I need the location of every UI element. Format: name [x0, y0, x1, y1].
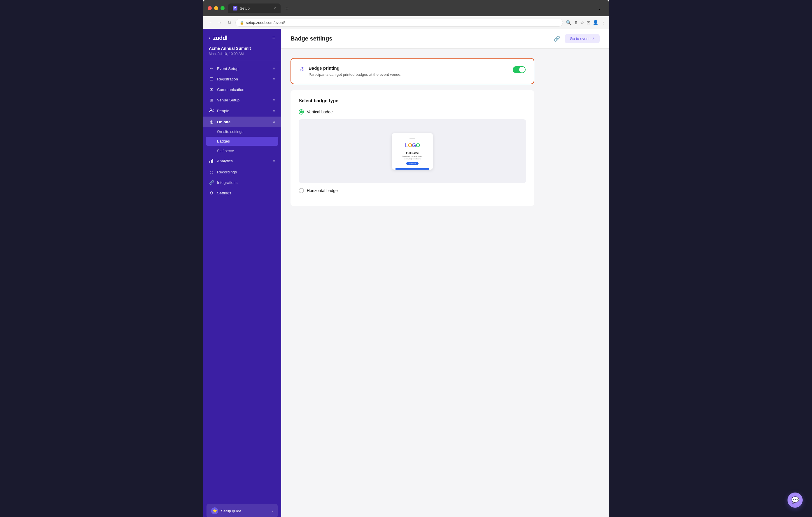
browser-chrome: Z Setup × + ⌄ ← → ↻ 🔒 setup.zuddl.com/ev… [203, 0, 609, 29]
sidebar-item-registration[interactable]: ☰ Registration ∨ [203, 74, 281, 84]
sidebar-item-label: Event Setup [217, 66, 239, 71]
badge-type-title: Select badge type [299, 98, 526, 103]
badge-role-tag: Organizer [406, 162, 418, 165]
sidebar-item-label: On-site [217, 120, 231, 124]
badge-bottom-bar [396, 168, 429, 170]
people-icon [209, 108, 214, 114]
active-tab[interactable]: Z Setup × [228, 3, 281, 13]
on-site-sub-nav: On-site settings Badges Self-serve [203, 127, 281, 155]
horizontal-badge-label: Horizontal badge [307, 188, 338, 193]
profile-icon[interactable]: 👤 [593, 20, 599, 25]
forward-button[interactable]: → [216, 19, 224, 27]
minimize-window-button[interactable] [214, 6, 218, 10]
chevron-down-icon: ∨ [273, 109, 276, 113]
badge-printing-card: 🖨 Badge printing Participants can get pr… [290, 58, 534, 84]
vertical-badge-label: Vertical badge [307, 110, 333, 114]
back-button[interactable]: ← [206, 19, 213, 27]
back-icon[interactable]: ‹ [209, 35, 210, 41]
reload-button[interactable]: ↻ [226, 19, 232, 27]
chevron-down-icon: ∨ [273, 159, 276, 163]
event-name: Acme Annual Summit [209, 46, 276, 51]
logo-letter-o2: O [416, 143, 420, 148]
main-nav: ✏ Event Setup ∨ ☰ Registration ∨ ✉ Commu… [203, 61, 281, 201]
browser-titlebar: Z Setup × + ⌄ [203, 0, 609, 16]
sidebar-item-analytics[interactable]: Analytics ∨ [203, 155, 281, 167]
sidebar-item-people[interactable]: People ∨ [203, 105, 281, 117]
new-tab-button[interactable]: + [283, 5, 291, 12]
setup-guide-chevron-icon: › [272, 509, 273, 513]
sidebar-item-label: Registration [217, 77, 238, 81]
split-view-icon[interactable]: ⊡ [586, 20, 590, 25]
share-icon[interactable]: ⬆ [574, 20, 578, 25]
sidebar-item-communication[interactable]: ✉ Communication [203, 84, 281, 95]
setup-guide-star-icon: ⭐ [211, 507, 218, 514]
search-icon[interactable]: 🔍 [566, 20, 572, 25]
header-actions: 🔗 Go to event ↗ [552, 34, 600, 43]
horizontal-badge-radio[interactable] [299, 188, 304, 193]
sidebar-sub-item-on-site-settings[interactable]: On-site settings [203, 127, 281, 136]
go-to-event-label: Go to event [570, 36, 589, 41]
logo-letter-o1: O [408, 143, 412, 148]
sub-item-label: Self-serve [217, 149, 234, 153]
sidebar-logo: ‹ zuddl [209, 35, 228, 41]
setup-guide-button[interactable]: ⭐ Setup guide › [206, 504, 278, 517]
settings-icon: ⚙ [209, 191, 214, 195]
menu-icon[interactable]: ⋮ [601, 20, 606, 25]
lock-icon: 🔒 [240, 21, 244, 25]
sidebar-item-on-site[interactable]: ◎ On-site ∧ [203, 117, 281, 127]
sidebar-item-label: People [217, 109, 229, 113]
tab-close-button[interactable]: × [273, 6, 276, 10]
badge-preview-container: LOGO Full Name Designation at organizati… [299, 119, 526, 183]
badge-email: example@email.com [404, 158, 420, 160]
badge-fold-indicator [409, 138, 415, 139]
badge-printing-toggle[interactable] [513, 66, 526, 73]
sidebar-item-integrations[interactable]: 🔗 Integrations [203, 177, 281, 188]
svg-rect-3 [211, 160, 212, 163]
sidebar: ‹ zuddl ≡ Acme Annual Summit Mon, Jul 10… [203, 29, 281, 517]
logo-letter-g: G [412, 143, 416, 148]
url-bar[interactable]: 🔒 setup.zuddl.com/event/ [235, 19, 563, 27]
badge-printing-left: 🖨 Badge printing Participants can get pr… [299, 66, 401, 77]
svg-point-0 [210, 109, 212, 111]
event-date: Mon, Jul 10, 10:00 AM [209, 52, 276, 56]
sidebar-item-label: Analytics [217, 159, 233, 163]
app-container: ‹ zuddl ≡ Acme Annual Summit Mon, Jul 10… [203, 29, 609, 517]
tab-favicon: Z [233, 6, 237, 10]
close-window-button[interactable] [208, 6, 212, 10]
sidebar-item-event-setup[interactable]: ✏ Event Setup ∨ [203, 63, 281, 74]
badge-logo: LOGO [405, 143, 420, 149]
tab-title: Setup [240, 6, 250, 10]
sidebar-sub-item-self-serve[interactable]: Self-serve [203, 146, 281, 155]
venue-setup-icon: ⊞ [209, 98, 214, 102]
go-to-event-button[interactable]: Go to event ↗ [565, 34, 600, 43]
svg-rect-2 [209, 161, 210, 163]
chevron-down-icon: ∨ [273, 77, 276, 81]
sidebar-item-venue-setup[interactable]: ⊞ Venue Setup ∨ [203, 95, 281, 105]
maximize-window-button[interactable] [221, 6, 225, 10]
page-title: Badge settings [290, 35, 332, 42]
sidebar-item-label: Recordings [217, 170, 237, 174]
content-area: 🖨 Badge printing Participants can get pr… [281, 49, 544, 215]
browser-nav-bar: ← → ↻ 🔒 setup.zuddl.com/event/ 🔍 ⬆ ☆ ⊡ 👤… [203, 16, 609, 29]
sidebar-item-recordings[interactable]: ◎ Recordings [203, 167, 281, 177]
on-site-icon: ◎ [209, 120, 214, 124]
sidebar-sub-item-badges[interactable]: Badges [206, 137, 278, 146]
tab-bar: Z Setup × + [228, 3, 594, 13]
setup-guide-label: Setup guide [221, 509, 241, 513]
badge-full-name: Full Name [406, 152, 418, 154]
logo-text: zuddl [213, 35, 228, 41]
badge-printing-text: Badge printing Participants can get prin… [309, 66, 401, 77]
bookmark-icon[interactable]: ☆ [580, 20, 584, 25]
vertical-badge-radio[interactable] [299, 109, 304, 115]
sub-item-label: On-site settings [217, 129, 243, 134]
svg-rect-4 [212, 159, 213, 163]
url-text: setup.zuddl.com/event/ [246, 21, 285, 25]
printer-icon: 🖨 [299, 66, 304, 72]
copy-link-icon[interactable]: 🔗 [552, 34, 561, 43]
horizontal-badge-option[interactable]: Horizontal badge [299, 188, 526, 193]
sidebar-item-settings[interactable]: ⚙ Settings [203, 188, 281, 198]
main-content: Badge settings 🔗 Go to event ↗ 🖨 [281, 29, 609, 517]
vertical-badge-option[interactable]: Vertical badge [299, 109, 526, 115]
hamburger-menu-icon[interactable]: ≡ [272, 35, 276, 41]
window-controls: ⌄ [597, 5, 604, 11]
